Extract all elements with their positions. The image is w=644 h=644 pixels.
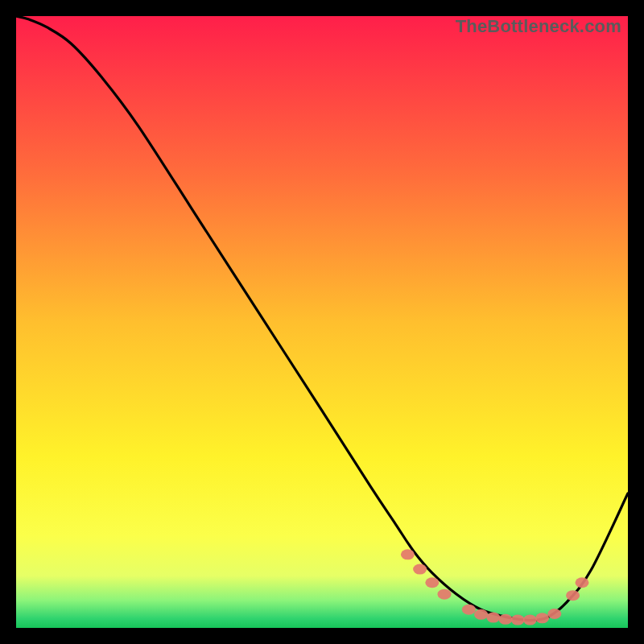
data-marker — [401, 549, 415, 559]
data-marker — [566, 590, 580, 601]
chart-frame: TheBottleneck.com — [16, 16, 628, 628]
data-marker — [535, 613, 549, 623]
data-marker — [576, 577, 589, 588]
data-marker — [462, 605, 476, 615]
data-marker — [499, 614, 513, 625]
data-marker — [413, 564, 427, 575]
data-marker — [438, 589, 452, 600]
data-marker — [547, 609, 561, 619]
gradient-background — [16, 16, 628, 628]
data-marker — [523, 615, 537, 625]
watermark-text: TheBottleneck.com — [456, 16, 621, 37]
data-marker — [425, 577, 439, 588]
data-marker — [474, 609, 488, 620]
data-marker — [486, 613, 500, 623]
data-marker — [511, 615, 525, 625]
bottleneck-curve-chart — [16, 16, 628, 628]
